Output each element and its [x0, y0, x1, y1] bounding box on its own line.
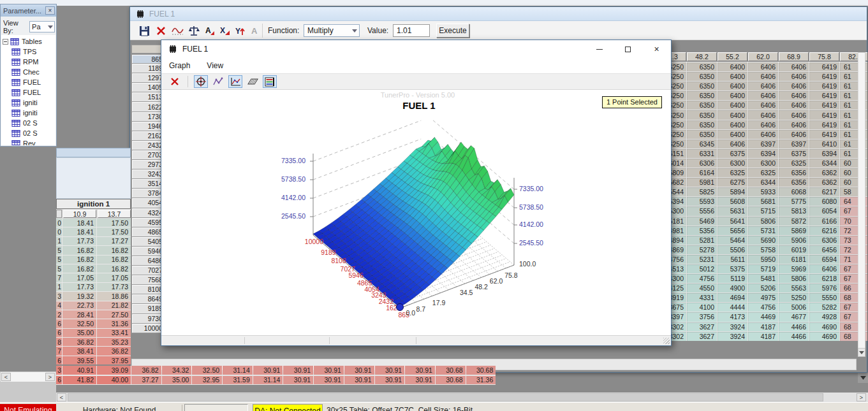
fuel-cell[interactable]: 5872	[779, 217, 809, 226]
ignition-cell[interactable]: 32.50	[192, 366, 222, 375]
color-bands-icon[interactable]	[263, 75, 277, 88]
fuel-cell[interactable]: 6350	[687, 120, 717, 129]
fuel-cell[interactable]: 6394	[809, 149, 839, 158]
fuel-cell[interactable]: 4900	[717, 284, 747, 292]
fuel-cell[interactable]: 6419	[809, 91, 839, 100]
trace-icon[interactable]	[172, 24, 184, 38]
ignition-cell[interactable]: 30.91	[314, 376, 344, 385]
fuel-cell[interactable]: 5119	[717, 274, 747, 283]
ignition-cell[interactable]: 21.82	[97, 301, 131, 310]
ignition-cell[interactable]: 16.82	[97, 256, 131, 264]
fuel-cell[interactable]: 4694	[717, 293, 747, 302]
fuel-cell[interactable]: 6164	[687, 168, 717, 177]
ignition-cell[interactable]: 40.91	[63, 366, 96, 375]
scroll-right-icon[interactable]: >	[857, 393, 866, 401]
fuel-cell[interactable]: 6350	[687, 62, 717, 71]
ignition-cell[interactable]: 38.41	[63, 347, 96, 355]
fuel-cell[interactable]: 4550	[687, 284, 717, 292]
ignition-cell[interactable]: 16.82	[97, 264, 131, 273]
fuel-cell[interactable]: 5758	[748, 245, 778, 254]
ignition-cell[interactable]: 35.23	[97, 338, 131, 346]
fuel-cell[interactable]: 5481	[748, 274, 778, 283]
fuel-cell[interactable]: 6406	[717, 140, 747, 148]
fuel-cell[interactable]: 6350	[687, 91, 717, 100]
parameter-panel-titlebar[interactable]: Parameter... ×	[1, 4, 56, 17]
fuel-cell[interactable]: 4469	[748, 312, 778, 321]
view-by-select[interactable]: Pa	[29, 21, 55, 32]
fuel-cell[interactable]: 5933	[748, 187, 778, 196]
fuel-cell[interactable]: 6406	[809, 264, 839, 273]
maximize-button[interactable]	[614, 41, 642, 57]
fuel-cell[interactable]: 5506	[717, 245, 747, 254]
fuel-cell[interactable]: 6406	[748, 120, 778, 129]
axis-a-icon[interactable]: A	[204, 24, 215, 38]
tree-item-fuel[interactable]: FUEL	[3, 77, 55, 87]
ignition-cell[interactable]: 16.82	[63, 256, 96, 264]
fuel-cell[interactable]: 6375	[779, 149, 809, 158]
fuel-cell[interactable]: 6356	[779, 178, 809, 187]
fuel-cell[interactable]: 5281	[687, 236, 717, 245]
fuel-cell[interactable]: 3627	[687, 322, 717, 331]
fuel-cell[interactable]: 6594	[809, 255, 839, 264]
fuel-cell[interactable]: 6375	[717, 149, 747, 158]
fuel-cell[interactable]: 6400	[717, 110, 747, 119]
fuel-cell[interactable]: 4187	[748, 332, 778, 341]
column-header[interactable]: 62.0	[748, 52, 778, 61]
fuel-cell[interactable]: 5282	[809, 303, 839, 312]
fuel-cell[interactable]: 6406	[779, 110, 809, 119]
fuel-cell[interactable]: 5806	[779, 274, 809, 283]
fuel-cell[interactable]: 4173	[717, 312, 747, 321]
ignition-cell[interactable]: 30.91	[283, 366, 313, 375]
fuel-cell[interactable]: 6400	[717, 62, 747, 71]
menu-graph[interactable]: Graph	[169, 61, 190, 70]
fuel-cell[interactable]: 5715	[748, 206, 778, 215]
axis-x-icon[interactable]: X	[219, 24, 230, 38]
fuel-cell[interactable]: 6217	[809, 187, 839, 196]
ignition-cell[interactable]: 30.91	[344, 366, 374, 375]
fuel-cell[interactable]: 6397	[779, 140, 809, 148]
fuel-cell[interactable]: 6400	[717, 72, 747, 81]
ignition-cell[interactable]: 30.91	[253, 366, 283, 375]
fuel-cell[interactable]: 5464	[717, 236, 747, 245]
ignition-cell[interactable]: 16.82	[63, 264, 96, 273]
fuel-cell[interactable]: 6306	[809, 236, 839, 245]
fuel-cell[interactable]: 4690	[809, 332, 839, 341]
fuel-cell[interactable]: 4756	[687, 274, 717, 283]
fuel-cell[interactable]: 4928	[809, 312, 839, 321]
fuel-cell[interactable]: 6325	[748, 168, 778, 177]
fuel-cell[interactable]: 6406	[779, 91, 809, 100]
fuel-cell[interactable]: 6325	[717, 168, 747, 177]
fuel-cell[interactable]: 6019	[779, 245, 809, 254]
fuel-cell[interactable]: 5656	[717, 226, 747, 235]
fuel-cell[interactable]: 6419	[809, 110, 839, 119]
fuel-cell[interactable]: 4690	[809, 322, 839, 331]
fuel-cell[interactable]: 5278	[687, 245, 717, 254]
ignition-cell[interactable]: 31.14	[223, 366, 253, 375]
parameter-panel-hscrollbar[interactable]: < >	[0, 371, 56, 382]
fuel-cell[interactable]: 6419	[809, 101, 839, 110]
fuel-cell[interactable]: 6400	[717, 82, 747, 90]
fuel-cell[interactable]: 5894	[717, 187, 747, 196]
ignition-cell[interactable]: 35.00	[63, 329, 96, 337]
minimize-button[interactable]	[585, 41, 614, 57]
fuel-cell[interactable]: 6216	[809, 226, 839, 235]
scroll-right-icon[interactable]: >	[45, 373, 55, 381]
column-header[interactable]: 68.9	[779, 52, 809, 61]
close-icon[interactable]: ×	[45, 6, 55, 15]
tree-item-02s[interactable]: 02 S	[3, 118, 55, 128]
fuel-cell[interactable]: 6400	[717, 130, 747, 139]
fuel-cell[interactable]: 6362	[809, 178, 839, 187]
fuel-cell[interactable]: 6406	[779, 82, 809, 90]
fuel-cell[interactable]: 5825	[687, 187, 717, 196]
ignition-cell[interactable]: 17.05	[97, 273, 131, 282]
function-select[interactable]: Multiply	[304, 24, 360, 38]
fuel-cell[interactable]: 5775	[779, 197, 809, 206]
fuel-cell[interactable]: 6054	[809, 206, 839, 215]
fuel-cell[interactable]: 6300	[748, 159, 778, 168]
fuel-cell[interactable]: 6400	[717, 101, 747, 110]
fuel-cell[interactable]: 6406	[779, 62, 809, 71]
fuel-cell[interactable]: 5231	[687, 255, 717, 264]
scrollbar-thumb[interactable]	[68, 393, 823, 401]
fuel-cell[interactable]: 5593	[687, 197, 717, 206]
fuel-cell[interactable]: 3627	[687, 332, 717, 341]
